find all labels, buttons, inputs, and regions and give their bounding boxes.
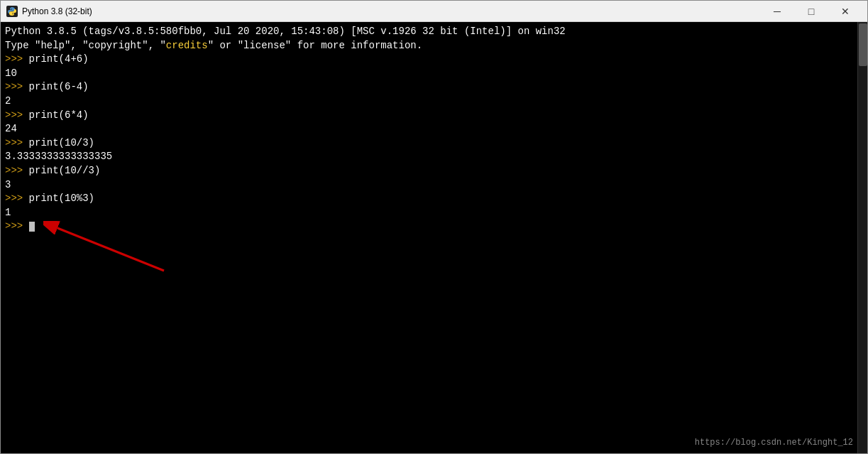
prompt-line: >>> [5,220,863,234]
scrollbar-thumb[interactable] [859,23,867,66]
python-window: Python 3.8 (32-bit) ─ □ ✕ Python 3.8.5 (… [0,0,868,454]
terminal-area[interactable]: Python 3.8.5 (tags/v3.8.5:580fbb0, Jul 2… [1,22,867,453]
command-line-1: >>> print(4+6) [5,53,863,67]
output-line-6: 1 [5,206,863,220]
output-line-1: 10 [5,67,863,81]
command-line-3: >>> print(6*4) [5,109,863,123]
info-line-2: Type "help", "copyright", "credits" or "… [5,39,863,53]
command-line-6: >>> print(10%3) [5,192,863,206]
title-bar: Python 3.8 (32-bit) ─ □ ✕ [1,1,867,22]
maximize-button[interactable]: □ [795,1,828,22]
window-title: Python 3.8 (32-bit) [22,6,761,16]
info-line-1: Python 3.8.5 (tags/v3.8.5:580fbb0, Jul 2… [5,25,863,39]
title-bar-controls: ─ □ ✕ [761,1,862,22]
command-line-4: >>> print(10/3) [5,136,863,151]
watermark: https://blog.csdn.net/Kinght_12 [695,437,853,449]
command-line-5: >>> print(10//3) [5,164,863,178]
python-icon [6,6,18,17]
output-line-5: 3 [5,178,863,193]
output-line-3: 24 [5,122,863,136]
minimize-button[interactable]: ─ [761,1,793,22]
svg-line-2 [57,228,164,271]
command-line-2: >>> print(6-4) [5,80,863,94]
output-line-4: 3.3333333333333335 [5,150,863,164]
output-line-2: 2 [5,94,863,109]
close-button[interactable]: ✕ [829,1,862,22]
scrollbar[interactable] [857,22,867,453]
